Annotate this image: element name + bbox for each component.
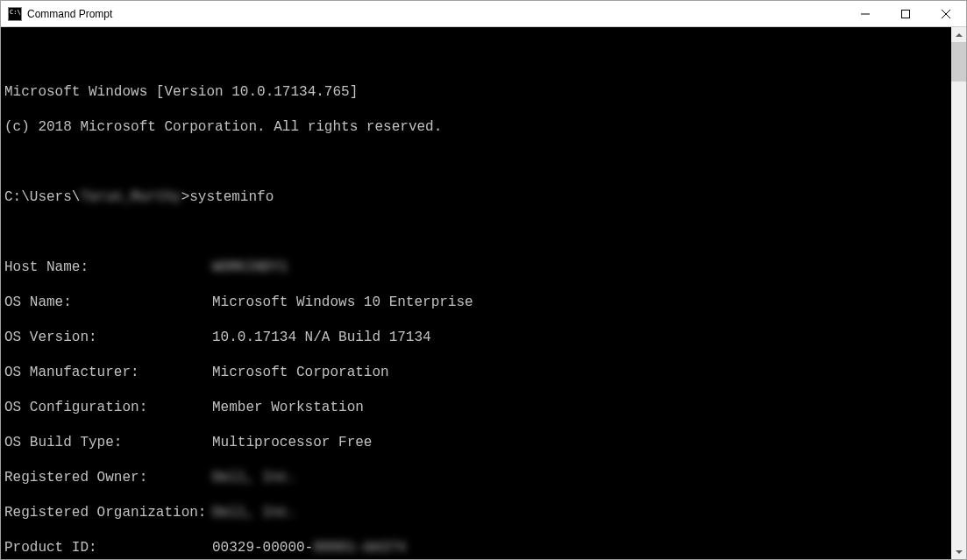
svg-rect-1 xyxy=(902,10,910,18)
row-os-version: OS Version:10.0.17134 N/A Build 17134 xyxy=(4,329,951,346)
window-title: Command Prompt xyxy=(27,8,845,20)
row-os-manufacturer: OS Manufacturer:Microsoft Corporation xyxy=(4,364,951,381)
row-registered-owner: Registered Owner:Dell, Inc. xyxy=(4,469,951,486)
titlebar[interactable]: Command Prompt xyxy=(1,1,966,27)
header-line: Microsoft Windows [Version 10.0.17134.76… xyxy=(4,83,951,101)
prompt-line: C:\Users\Tarun_Murthy>systeminfo xyxy=(4,188,951,206)
console-area[interactable]: Microsoft Windows [Version 10.0.17134.76… xyxy=(1,27,966,559)
cmd-icon xyxy=(8,7,22,21)
row-os-build-type: OS Build Type:Multiprocessor Free xyxy=(4,434,951,451)
redacted-username: Tarun_Murthy xyxy=(80,188,181,206)
row-os-configuration: OS Configuration:Member Workstation xyxy=(4,399,951,416)
copyright-line: (c) 2018 Microsoft Corporation. All righ… xyxy=(4,118,951,136)
row-product-id: Product ID:00329-00000-00001-AA374 xyxy=(4,539,951,556)
scroll-track[interactable] xyxy=(951,82,966,544)
row-host-name: Host Name:WORKINDY1 xyxy=(4,259,951,276)
minimize-button[interactable] xyxy=(845,1,885,27)
console-output: Microsoft Windows [Version 10.0.17134.76… xyxy=(1,62,951,559)
redacted-product-id: 00001-AA374 xyxy=(313,539,406,556)
redacted-hostname: WORKINDY1 xyxy=(212,259,288,276)
blank-line xyxy=(4,223,951,241)
close-button[interactable] xyxy=(926,1,966,27)
scroll-up-button[interactable] xyxy=(951,27,966,42)
redacted-org: Dell, Inc. xyxy=(212,504,296,521)
scroll-thumb[interactable] xyxy=(951,42,966,82)
row-registered-org: Registered Organization:Dell, Inc. xyxy=(4,504,951,521)
svg-marker-4 xyxy=(956,33,963,37)
maximize-button[interactable] xyxy=(885,1,926,27)
redacted-owner: Dell, Inc. xyxy=(212,469,296,486)
svg-marker-5 xyxy=(956,550,963,554)
scrollbar[interactable] xyxy=(951,27,966,559)
blank-line xyxy=(4,153,951,171)
row-os-name: OS Name:Microsoft Windows 10 Enterprise xyxy=(4,294,951,311)
scroll-down-button[interactable] xyxy=(951,544,966,559)
